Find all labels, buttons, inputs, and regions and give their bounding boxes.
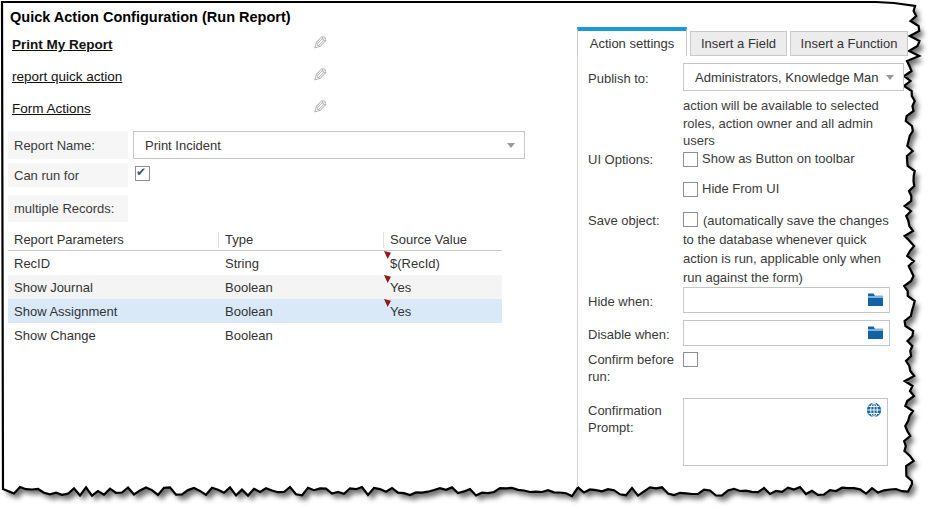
param-type: Boolean (219, 328, 384, 343)
confirmation-prompt-label: Confirmation Prompt: (588, 402, 683, 436)
column-header-report-parameters: Report Parameters (8, 232, 219, 248)
edit-pencil-icon[interactable]: ✎ (308, 67, 328, 87)
edit-pencil-icon[interactable]: ✎ (308, 99, 328, 119)
save-object-label: Save object: (588, 212, 683, 229)
tab-insert-a-function[interactable]: Insert a Function (790, 31, 908, 56)
table-header: Report Parameters Type Source Value (8, 230, 502, 251)
publish-to-dropdown[interactable]: Administrators, Knowledge Mana (683, 63, 904, 91)
link-print-my-report[interactable]: Print My Report (12, 37, 113, 52)
save-object-checkbox[interactable] (683, 212, 698, 227)
chevron-down-icon (886, 75, 894, 80)
tab-action-settings[interactable]: Action settings (577, 27, 687, 56)
param-source (384, 323, 502, 347)
hide-from-ui-label: Hide From UI (702, 181, 779, 196)
param-type: Boolean (219, 280, 384, 295)
param-name: Show Assignment (8, 304, 219, 319)
param-name: RecID (8, 256, 219, 271)
panel-divider (577, 56, 578, 487)
quick-action-config-window: Quick Action Configuration (Run Report) … (0, 0, 935, 509)
show-as-button-label: Show as Button on toolbar (702, 151, 855, 166)
table-row-selected[interactable]: Show Assignment Boolean Yes (8, 299, 502, 323)
param-type: String (219, 256, 384, 271)
can-run-label-line1: Can run for (8, 163, 128, 187)
page-title: Quick Action Configuration (Run Report) (10, 9, 291, 25)
report-name-label: Report Name: (8, 131, 128, 159)
column-header-source-value: Source Value (384, 232, 502, 248)
tab-insert-a-field[interactable]: Insert a Field (690, 31, 787, 56)
globe-icon[interactable] (866, 402, 882, 418)
column-header-type: Type (219, 232, 384, 248)
hide-when-label: Hide when: (588, 293, 683, 310)
chevron-down-icon (507, 143, 515, 148)
table-row[interactable]: Show Journal Boolean Yes (8, 275, 502, 299)
folder-browse-icon[interactable] (867, 292, 884, 307)
report-name-dropdown[interactable]: Print Incident (133, 131, 525, 159)
can-run-label-line2: multiple Records: (8, 195, 128, 222)
confirm-before-run-label: Confirm before run: (588, 351, 683, 385)
publish-to-label: Publish to: (588, 70, 683, 87)
report-parameters-table: Report Parameters Type Source Value RecI… (8, 230, 502, 347)
edit-pencil-icon[interactable]: ✎ (308, 35, 328, 55)
save-object-help-text: (automatically save the changes to the d… (683, 213, 889, 285)
publish-to-help-text: action will be available to selected rol… (683, 97, 901, 150)
link-form-actions[interactable]: Form Actions (12, 101, 91, 116)
param-source: Yes (384, 275, 502, 299)
can-run-checkbox[interactable] (135, 166, 150, 181)
ui-options-label: UI Options: (588, 151, 683, 168)
report-name-value: Print Incident (145, 138, 221, 153)
confirm-before-run-checkbox[interactable] (683, 352, 698, 367)
param-source: $(RecId) (384, 251, 502, 275)
show-as-button-checkbox[interactable] (683, 152, 698, 167)
param-name: Show Journal (8, 280, 219, 295)
disable-when-input[interactable] (683, 320, 890, 346)
param-name: Show Change (8, 328, 219, 343)
table-row[interactable]: RecID String $(RecId) (8, 251, 502, 275)
publish-to-value: Administrators, Knowledge Mana (695, 70, 879, 85)
hide-when-input[interactable] (683, 287, 890, 313)
folder-browse-icon[interactable] (867, 325, 884, 340)
link-report-quick-action[interactable]: report quick action (12, 69, 122, 84)
save-object-row: (automatically save the changes to the d… (683, 211, 902, 287)
hide-from-ui-checkbox[interactable] (683, 182, 698, 197)
confirmation-prompt-textarea[interactable] (683, 398, 888, 466)
param-source: Yes (384, 299, 502, 323)
param-type: Boolean (219, 304, 384, 319)
table-row[interactable]: Show Change Boolean (8, 323, 502, 347)
disable-when-label: Disable when: (588, 326, 683, 343)
